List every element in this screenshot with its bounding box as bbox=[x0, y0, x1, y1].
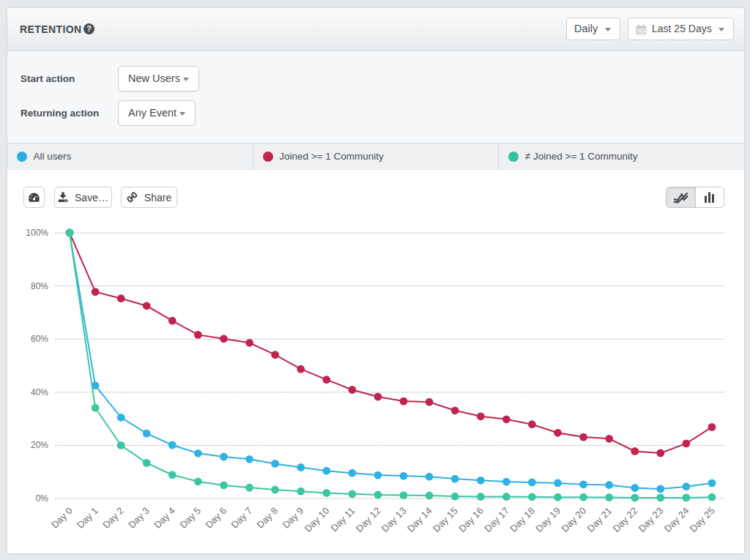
svg-text:Day 25: Day 25 bbox=[688, 505, 717, 534]
svg-text:Day 7: Day 7 bbox=[229, 505, 255, 531]
svg-text:Day 11: Day 11 bbox=[328, 505, 357, 534]
svg-text:Day 1: Day 1 bbox=[75, 505, 100, 531]
svg-text:Day 8: Day 8 bbox=[255, 505, 281, 531]
svg-text:Day 0: Day 0 bbox=[49, 505, 75, 531]
svg-text:0%: 0% bbox=[36, 493, 49, 504]
svg-text:Day 17: Day 17 bbox=[482, 505, 511, 534]
svg-text:Day 10: Day 10 bbox=[302, 505, 332, 534]
svg-text:Day 24: Day 24 bbox=[662, 505, 691, 534]
svg-text:Day 2: Day 2 bbox=[100, 505, 126, 531]
svg-text:Day 22: Day 22 bbox=[611, 505, 640, 534]
svg-text:20%: 20% bbox=[31, 440, 48, 450]
svg-text:Day 13: Day 13 bbox=[379, 505, 409, 534]
svg-text:Day 23: Day 23 bbox=[636, 505, 666, 534]
svg-text:Day 14: Day 14 bbox=[405, 505, 434, 534]
svg-text:Day 20: Day 20 bbox=[559, 505, 588, 534]
svg-text:40%: 40% bbox=[31, 387, 48, 397]
svg-text:Day 16: Day 16 bbox=[456, 505, 486, 534]
svg-text:Day 4: Day 4 bbox=[152, 505, 177, 531]
svg-text:Day 18: Day 18 bbox=[508, 505, 537, 534]
svg-text:Day 21: Day 21 bbox=[585, 505, 615, 534]
svg-text:100%: 100% bbox=[26, 228, 48, 238]
svg-text:60%: 60% bbox=[31, 334, 48, 344]
svg-text:80%: 80% bbox=[31, 281, 48, 291]
svg-text:Day 5: Day 5 bbox=[177, 505, 203, 531]
svg-text:Day 6: Day 6 bbox=[203, 505, 229, 531]
svg-text:Day 19: Day 19 bbox=[533, 505, 562, 534]
svg-text:Day 15: Day 15 bbox=[431, 505, 460, 534]
svg-text:Day 12: Day 12 bbox=[354, 505, 383, 534]
svg-text:Day 3: Day 3 bbox=[126, 505, 152, 531]
